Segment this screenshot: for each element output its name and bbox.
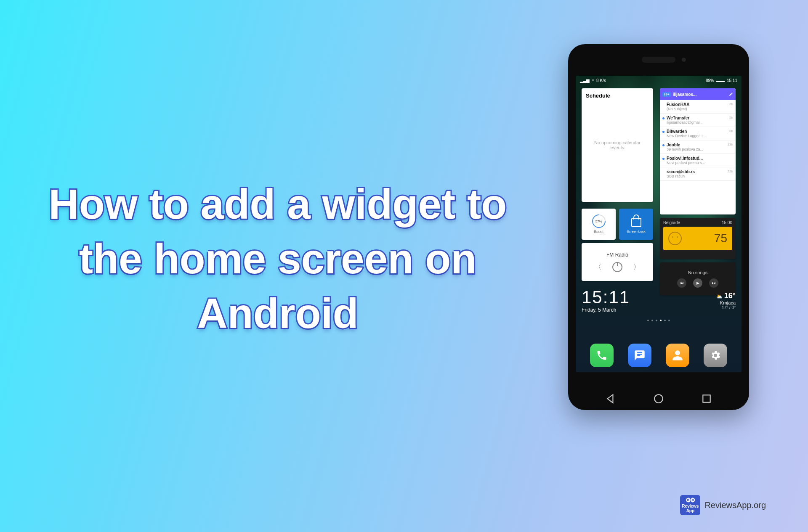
clock-date: Friday, 5 March [582, 307, 630, 313]
weather-temp: 16° [724, 291, 736, 300]
email-sender: FusionHAA [667, 102, 732, 107]
radio-next-icon[interactable]: 〉 [633, 263, 640, 272]
headline: How to add a widget to the home screen o… [25, 177, 530, 341]
email-subject: SBB račun [667, 174, 732, 178]
email-item[interactable]: racun@sbb.rsSBB račun22h [660, 167, 736, 181]
statusbar-time: 15:11 [727, 78, 737, 83]
nav-back-icon[interactable] [605, 393, 616, 404]
radio-controls: 〈 〉 [595, 262, 640, 272]
email-subject: New Device Logged I... [667, 134, 732, 138]
footer-branding: ⚙⚙ Reviews App ReviewsApp.org [680, 495, 766, 515]
battery-percent: 89% [706, 78, 714, 83]
clock-time: 15:11 [582, 288, 630, 306]
fm-radio-widget[interactable]: FM Radio 〈 〉 [582, 243, 653, 281]
weather-aqi-widget[interactable]: Belgrade 15:00 75 [660, 218, 736, 259]
email-time: 22h [728, 169, 733, 173]
page-indicator [576, 320, 742, 321]
email-sender: Bitwarden [667, 129, 732, 134]
email-sender: Poslovi.infostud... [667, 156, 732, 161]
phone-mockup: ▂▄▆ ⌔ 8 K/s 89% ▬▬ 15:11 Schedule No upc… [568, 44, 749, 410]
nav-recent-icon[interactable] [701, 393, 712, 404]
email-item[interactable]: Poslovi.infostud...Novi poslovi prema s.… [660, 154, 736, 167]
signal-icon: ▂▄▆ [580, 78, 590, 83]
svg-point-0 [654, 394, 663, 403]
site-logo-icon: ⚙⚙ Reviews App [680, 495, 700, 515]
weather-range: 17° / 0° [716, 305, 736, 310]
lock-label: Screen Lock [627, 230, 645, 233]
messages-app-icon[interactable] [628, 344, 651, 367]
site-name: ReviewsApp.org [704, 500, 766, 510]
unread-dot-icon [662, 158, 664, 160]
phone-camera-dot [682, 58, 686, 62]
unread-dot-icon [662, 144, 664, 146]
email-time: 2h [729, 102, 733, 106]
weather-city: Belgrade [663, 220, 680, 225]
settings-app-icon[interactable] [704, 344, 727, 367]
email-item[interactable]: WeTransferilijasamosad@gmail...5h [660, 114, 736, 127]
android-navbar [568, 387, 749, 410]
weather-updated: 15:00 [722, 220, 732, 225]
schedule-widget[interactable]: Schedule No upcoming calendar events [582, 88, 653, 202]
email-subject: Novi poslovi prema s... [667, 161, 732, 165]
svg-rect-1 [703, 395, 710, 402]
email-item[interactable]: Jooble39 novih poslova za...13h [660, 140, 736, 154]
weather-location: Krnjaca [716, 300, 736, 305]
clock-widget[interactable]: 15:11 Friday, 5 March ⛅ 16° Krnjaca 17° … [582, 286, 736, 315]
radio-title: FM Radio [606, 252, 628, 258]
unread-dot-icon [662, 117, 664, 119]
email-subject: (No subject) [667, 107, 732, 111]
boost-gauge-icon: 57% [589, 212, 608, 230]
email-subject: 39 novih poslova za... [667, 147, 732, 151]
email-account-name: ilijasamos... [673, 92, 727, 97]
radio-prev-icon[interactable]: 〈 [595, 263, 601, 272]
weather-small[interactable]: ⛅ 16° Krnjaca 17° / 0° [716, 291, 736, 310]
email-time: 13h [728, 143, 733, 146]
nav-home-icon[interactable] [653, 393, 664, 404]
phone-screen: ▂▄▆ ⌔ 8 K/s 89% ▬▬ 15:11 Schedule No upc… [576, 76, 742, 372]
gears-icon: ⚙⚙ [686, 497, 695, 503]
email-widget[interactable]: 99+ ilijasamos... FusionHAA(No subject)2… [660, 88, 736, 214]
aqi-face-icon [668, 232, 682, 245]
email-time: 5h [729, 116, 733, 119]
battery-icon: ▬▬ [716, 78, 725, 83]
lock-icon [631, 218, 641, 227]
aqi-box: 75 [663, 227, 732, 250]
schedule-empty-text: No upcoming calendar events [582, 140, 653, 150]
email-subject: ilijasamosad@gmail... [667, 120, 732, 124]
boost-widget[interactable]: 57% Boost [582, 209, 616, 240]
music-title: No songs [688, 270, 707, 275]
screen-lock-widget[interactable]: Screen Lock [619, 209, 653, 240]
phone-app-icon[interactable] [590, 344, 614, 367]
dock [576, 344, 742, 367]
email-item[interactable]: FusionHAA(No subject)2h [660, 100, 736, 114]
compose-icon[interactable] [729, 92, 733, 96]
email-time: 8h [729, 129, 733, 133]
email-item[interactable]: BitwardenNew Device Logged I...8h [660, 127, 736, 140]
email-sender: WeTransfer [667, 116, 732, 120]
radio-power-icon[interactable] [612, 262, 622, 272]
email-sender: Jooble [667, 143, 732, 147]
wifi-icon: ⌔ [592, 78, 594, 83]
unread-dot-icon [662, 131, 664, 133]
aqi-value: 75 [714, 232, 727, 245]
data-rate: 8 K/s [596, 78, 606, 83]
schedule-title: Schedule [586, 93, 649, 99]
email-unread-badge: 99+ [662, 92, 671, 97]
boost-label: Boost [594, 230, 603, 234]
sun-cloud-icon: ⛅ [716, 294, 723, 299]
email-list: FusionHAA(No subject)2hWeTransferilijasa… [660, 100, 736, 181]
status-bar: ▂▄▆ ⌔ 8 K/s 89% ▬▬ 15:11 [576, 76, 742, 85]
contacts-app-icon[interactable] [666, 344, 689, 367]
promo-canvas: How to add a widget to the home screen o… [0, 0, 808, 532]
email-widget-header[interactable]: 99+ ilijasamos... [660, 88, 736, 100]
email-sender: racun@sbb.rs [667, 169, 732, 174]
